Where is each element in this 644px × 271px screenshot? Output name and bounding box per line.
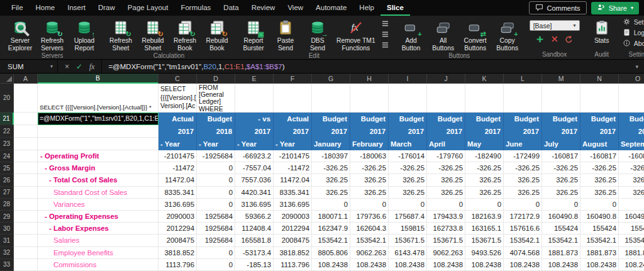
column-header-I[interactable]: I	[389, 74, 427, 84]
cell-J33[interactable]: 108.2438	[427, 259, 465, 271]
sandbox-selector[interactable]: [Base]▾	[530, 20, 580, 31]
cell-H27[interactable]: 326.25	[350, 187, 389, 199]
cell-N22[interactable]: 2017	[580, 125, 619, 138]
tab-home[interactable]: Home	[30, 0, 62, 16]
tab-file[interactable]: File	[5, 0, 30, 16]
cell-B24[interactable]: - Operating Profit	[38, 150, 158, 162]
cell-G32[interactable]: 8805.806	[312, 247, 350, 259]
edit-extra-button-2[interactable]	[380, 30, 391, 38]
cell-A22[interactable]	[14, 125, 38, 138]
dbs-send-button[interactable]: →DBSSend	[302, 18, 333, 52]
cell-M25[interactable]: -326.25	[542, 162, 580, 174]
cell-A26[interactable]	[14, 174, 38, 186]
cell-L26[interactable]: 326.25	[504, 174, 542, 186]
row-header-25[interactable]: 25	[0, 162, 14, 174]
cell-C31[interactable]: 2008475	[158, 235, 197, 246]
tab-insert[interactable]: Insert	[61, 0, 92, 16]
cell-B26[interactable]: - Total Cost of Sales	[38, 174, 158, 186]
column-header-G[interactable]: G	[312, 74, 350, 84]
cell-H23[interactable]: February	[350, 138, 389, 150]
cell-N20[interactable]	[580, 84, 619, 113]
cell-C30[interactable]: 2012294	[158, 223, 197, 235]
edit-extra-button-3[interactable]	[380, 41, 391, 49]
cell-C29[interactable]: 2090003	[158, 211, 197, 223]
cell-H31[interactable]: 153542.1	[350, 235, 389, 246]
cell-L29[interactable]: 172172.9	[504, 211, 542, 223]
cell-D33[interactable]: 0	[197, 259, 235, 271]
cell-L21[interactable]: Budget	[504, 113, 542, 125]
cell-J28[interactable]: 0	[427, 199, 465, 211]
cell-F28[interactable]: 3136.695	[274, 199, 312, 211]
cell-L33[interactable]: 108.2438	[504, 259, 542, 271]
row-header-29[interactable]: 29	[0, 211, 14, 223]
cell-K33[interactable]: 108.2438	[465, 259, 504, 271]
cell-M20[interactable]	[542, 84, 580, 113]
confirm-entry-button[interactable]: ✓	[76, 62, 82, 71]
cell-B33[interactable]: Commissions	[38, 259, 158, 271]
cell-J31[interactable]: 153671.5	[427, 235, 465, 246]
row-header-31[interactable]: 31	[0, 235, 14, 246]
settings-item[interactable]: Settings	[623, 18, 644, 26]
cell-B31[interactable]: Salaries	[38, 235, 158, 246]
cell-G30[interactable]: 162347.9	[312, 223, 350, 235]
row-header-24[interactable]: 24	[0, 150, 14, 162]
cell-J29[interactable]: 179433.9	[427, 211, 465, 223]
cell-M21[interactable]: Budget	[542, 113, 580, 125]
cell-C20[interactable]: SELECT{{{[Version].[Version].[Ac	[158, 84, 197, 113]
cell-O30[interactable]: 155424	[619, 223, 644, 235]
cell-K20[interactable]	[465, 84, 504, 113]
cell-E30[interactable]: 112408.4	[235, 223, 274, 235]
cell-O25[interactable]: -326.25	[619, 162, 644, 174]
cell-G20[interactable]	[312, 84, 350, 113]
logs-item[interactable]: Logs	[623, 28, 644, 36]
cell-F30[interactable]: 2012294	[274, 223, 312, 235]
cell-J30[interactable]: 162733.8	[427, 223, 465, 235]
cell-F26[interactable]: 11472.04	[274, 174, 312, 186]
stats-button[interactable]: Stats	[586, 18, 618, 45]
cell-H22[interactable]: 2017	[350, 125, 389, 138]
cell-K23[interactable]: May	[465, 138, 504, 150]
column-header-K[interactable]: K	[465, 74, 504, 84]
cell-K24[interactable]: -182490	[465, 150, 504, 162]
row-header-20[interactable]: 20	[0, 84, 14, 113]
cell-D22[interactable]: 2018	[197, 125, 235, 138]
cell-D23[interactable]: - Year	[197, 138, 235, 150]
cell-L31[interactable]: 153542.1	[504, 235, 542, 246]
cell-G25[interactable]: -326.25	[312, 162, 350, 174]
cell-N27[interactable]: 326.25	[580, 187, 619, 199]
cell-I24[interactable]: -176014	[389, 150, 427, 162]
cell-F33[interactable]: 1113.796	[274, 259, 312, 271]
cell-E29[interactable]: 59366.2	[235, 211, 274, 223]
cell-A30[interactable]	[14, 223, 38, 235]
cell-M28[interactable]: 0	[542, 199, 580, 211]
cell-E20[interactable]	[235, 84, 274, 113]
cell-C21[interactable]: Actual	[158, 113, 197, 125]
cell-D25[interactable]: 0	[197, 162, 235, 174]
cell-C28[interactable]: 3136.695	[158, 199, 197, 211]
cell-E22[interactable]: 2017	[235, 125, 274, 138]
cell-E23[interactable]: - Year	[235, 138, 274, 150]
cell-E27[interactable]: 4420.341	[235, 187, 274, 199]
cell-J20[interactable]	[427, 84, 465, 113]
cell-M30[interactable]: 155424	[542, 223, 580, 235]
cell-B32[interactable]: Employee Benefits	[38, 247, 158, 259]
row-header-30[interactable]: 30	[0, 223, 14, 235]
cell-F25[interactable]: -11472	[274, 162, 312, 174]
cell-J21[interactable]: Budget	[427, 113, 465, 125]
cell-I21[interactable]: Budget	[389, 113, 427, 125]
cell-B28[interactable]: Variances	[38, 199, 158, 211]
cell-L22[interactable]: 2017	[504, 125, 542, 138]
copy-buttons-button[interactable]: +CopyButtons	[492, 18, 523, 52]
cell-K32[interactable]: 9493.526	[465, 247, 504, 259]
tab-review[interactable]: Review	[245, 0, 282, 16]
cell-M23[interactable]: July	[542, 138, 580, 150]
all-buttons-button[interactable]: AllButtons	[428, 18, 459, 52]
cell-D28[interactable]: 0	[197, 199, 235, 211]
cell-D31[interactable]: 1925684	[197, 235, 235, 246]
report-burster-button[interactable]: ▣ReportBurster	[238, 18, 269, 52]
insert-function-button[interactable]: fx	[89, 63, 94, 70]
cell-K25[interactable]: -326.25	[465, 162, 504, 174]
cell-L24[interactable]: -172499	[504, 150, 542, 162]
cell-M31[interactable]: 153542.1	[542, 235, 580, 246]
sandbox-plus-button[interactable]	[536, 35, 545, 43]
